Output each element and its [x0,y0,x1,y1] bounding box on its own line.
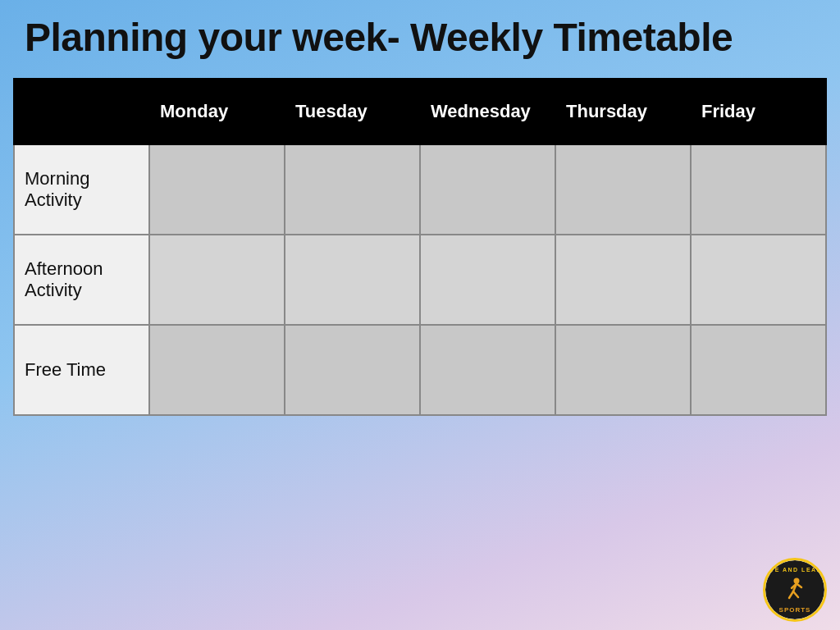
table-row: Free Time [14,325,826,415]
weekly-timetable: Monday Tuesday Wednesday Thursday Friday… [13,78,827,416]
row-label-afternoon: Afternoon Activity [14,235,149,325]
header-empty [14,79,149,144]
logo-text-top: LIVE AND LEARN [763,567,827,573]
logo-inner: LIVE AND LEARN SPORTS [765,560,824,619]
cell-freetime-friday[interactable] [691,325,826,415]
table-header-row: Monday Tuesday Wednesday Thursday Friday [14,79,826,144]
cell-morning-monday[interactable] [149,144,285,235]
row-label-morning: Morning Activity [14,144,149,235]
header-wednesday: Wednesday [420,79,555,144]
header-thursday: Thursday [555,79,691,144]
cell-morning-wednesday[interactable] [420,144,555,235]
table-row: Morning Activity [14,144,826,235]
cell-afternoon-wednesday[interactable] [420,235,555,325]
logo-circle: LIVE AND LEARN SPORTS [763,558,827,622]
logo-figure-icon [782,577,808,603]
cell-freetime-thursday[interactable] [555,325,691,415]
cell-freetime-tuesday[interactable] [285,325,420,415]
logo: LIVE AND LEARN SPORTS [763,558,829,623]
svg-line-5 [797,584,801,588]
cell-morning-thursday[interactable] [555,144,691,235]
cell-afternoon-tuesday[interactable] [285,235,420,325]
logo-text-bottom: SPORTS [779,606,811,614]
row-label-freetime: Free Time [14,325,149,415]
page-title: Planning your week- Weekly Timetable [0,0,840,70]
cell-freetime-wednesday[interactable] [420,325,555,415]
cell-freetime-monday[interactable] [149,325,285,415]
header-friday: Friday [691,79,826,144]
header-monday: Monday [149,79,285,144]
cell-morning-tuesday[interactable] [285,144,420,235]
header-tuesday: Tuesday [285,79,420,144]
svg-line-3 [793,591,798,597]
cell-afternoon-thursday[interactable] [555,235,691,325]
cell-afternoon-monday[interactable] [149,235,285,325]
table-row: Afternoon Activity [14,235,826,325]
cell-morning-friday[interactable] [691,144,826,235]
cell-afternoon-friday[interactable] [691,235,826,325]
svg-line-2 [789,591,793,598]
timetable-container: Monday Tuesday Wednesday Thursday Friday… [13,78,827,416]
